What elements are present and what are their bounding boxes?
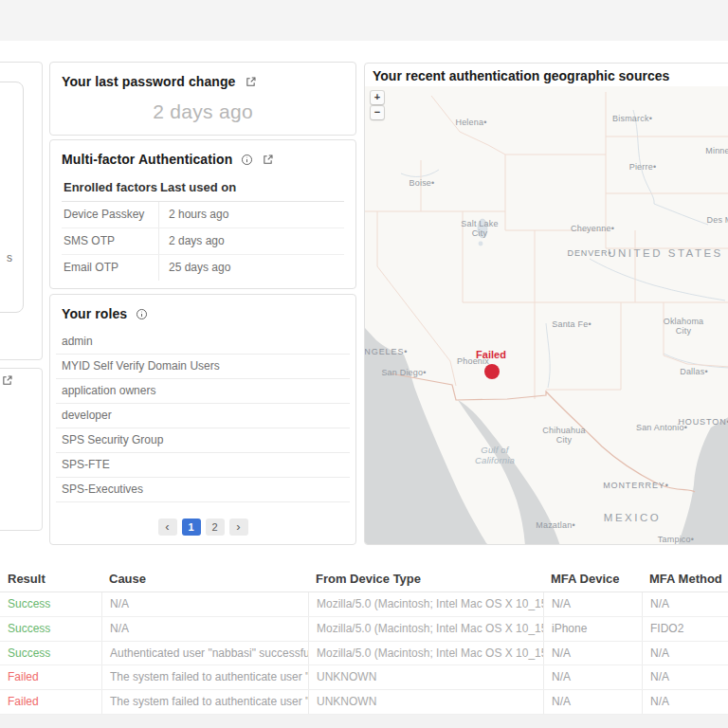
result-cell: Success: [0, 642, 101, 665]
table-row: Failed The system failed to authenticate…: [0, 690, 728, 715]
table-footer-strip: [0, 715, 728, 728]
device-type-cell: Mozilla/5.0 (Macintosh; Intel Mac OS X 1…: [308, 642, 543, 665]
pagination-page-2[interactable]: 2: [206, 519, 225, 536]
mfa-method-cell: N/A: [642, 665, 728, 689]
col-mfa-device: MFA Device: [543, 565, 642, 592]
role-item: SPS Security Group: [56, 428, 350, 453]
failed-auth-marker[interactable]: [484, 364, 500, 379]
table-row: Success N/A Mozilla/5.0 (Macintosh; Inte…: [0, 617, 728, 642]
result-cell: Failed: [0, 665, 101, 689]
mfa-method-cell: N/A: [642, 642, 728, 665]
device-type-cell: UNKNOWN: [308, 665, 543, 689]
mfa-row: Email OTP 25 days ago: [62, 255, 344, 281]
roles-card-title: Your roles: [62, 306, 127, 321]
top-bar: [0, 0, 728, 41]
zoom-in-button[interactable]: +: [371, 91, 384, 104]
left-partial-text: s: [7, 251, 12, 264]
mfa-device-cell: N/A: [543, 665, 642, 689]
role-item: SPS-Executives: [56, 478, 350, 502]
col-result: Result: [0, 565, 101, 592]
cause-cell: N/A: [101, 592, 308, 616]
mfa-card: Multi-factor Authentication Enrolled fac…: [49, 139, 356, 289]
mfa-table: Enrolled factors Last used on Device Pas…: [62, 174, 344, 281]
roles-pagination: ‹ 1 2 ›: [50, 519, 355, 536]
launch-icon[interactable]: [1, 374, 13, 387]
cause-cell: N/A: [101, 617, 308, 641]
mfa-device-cell: N/A: [543, 690, 642, 714]
password-change-card: Your last password change 2 days ago: [49, 62, 356, 136]
roles-list: admin MYID Self Verify Domain Users appl…: [56, 330, 350, 502]
role-item: SPS-FTE: [56, 453, 350, 478]
pagination-page-1[interactable]: 1: [182, 519, 201, 536]
mfa-row: SMS OTP 2 days ago: [62, 228, 344, 255]
map-canvas[interactable]: Helena• Bismarck• Minne Pierre• Boise• D…: [365, 86, 728, 545]
mfa-device-cell: iPhone: [543, 617, 642, 641]
map-zoom-controls: + −: [371, 91, 384, 119]
table-row: Success N/A Mozilla/5.0 (Macintosh; Inte…: [0, 592, 728, 617]
pagination-next-button[interactable]: ›: [229, 519, 248, 536]
table-row: Failed The system failed to authenticate…: [0, 665, 728, 690]
mfa-factor: Email OTP: [62, 255, 158, 281]
mfa-last-used: 25 days ago: [158, 255, 344, 281]
mfa-device-cell: N/A: [543, 592, 642, 616]
cause-cell: The system failed to authenticate user "…: [101, 665, 308, 689]
password-change-value: 2 days ago: [50, 100, 355, 123]
mfa-row: Device Passkey 2 hours ago: [62, 202, 344, 228]
role-item: MYID Self Verify Domain Users: [56, 355, 350, 379]
mfa-last-used: 2 hours ago: [158, 202, 344, 228]
left-partial-card-2: [0, 368, 43, 531]
security-dashboard: s Your last password change 2 days ago M…: [0, 0, 728, 728]
result-cell: Success: [0, 592, 101, 616]
role-item: application owners: [56, 379, 350, 404]
table-row: Success Authenticated user "nabbasi" suc…: [0, 642, 728, 666]
mfa-factor: SMS OTP: [62, 228, 158, 254]
password-card-title: Your last password change: [62, 74, 236, 89]
mfa-method-cell: N/A: [642, 592, 728, 616]
mfa-method-cell: N/A: [642, 690, 728, 714]
pagination-prev-button[interactable]: ‹: [158, 519, 177, 536]
role-item: developer: [56, 404, 350, 428]
zoom-out-button[interactable]: −: [371, 106, 384, 119]
cause-cell: Authenticated user "nabbasi" successfull…: [101, 642, 308, 665]
failed-marker-label: Failed: [476, 349, 506, 360]
launch-icon[interactable]: [262, 154, 274, 166]
roles-card: Your roles admin MYID Self Verify Domain…: [49, 294, 356, 545]
device-type-cell: Mozilla/5.0 (Macintosh; Intel Mac OS X 1…: [308, 617, 543, 641]
mfa-col-factors: Enrolled factors: [62, 174, 158, 201]
info-icon[interactable]: [136, 308, 148, 320]
auth-table-header: Result Cause From Device Type MFA Device…: [0, 565, 728, 592]
col-cause: Cause: [101, 565, 308, 592]
result-cell: Failed: [0, 690, 101, 714]
mfa-last-used: 2 days ago: [158, 228, 344, 254]
result-cell: Success: [0, 617, 101, 641]
info-icon[interactable]: [241, 154, 253, 166]
mfa-table-header: Enrolled factors Last used on: [62, 174, 344, 202]
col-from-device-type: From Device Type: [308, 565, 543, 592]
col-mfa-method: MFA Method: [642, 565, 728, 592]
auth-events-table: Result Cause From Device Type MFA Device…: [0, 565, 728, 715]
mfa-factor: Device Passkey: [62, 202, 158, 228]
mfa-device-cell: N/A: [543, 642, 642, 665]
map-title: Your recent authentication geographic so…: [373, 68, 669, 83]
left-partial-panel: [0, 82, 24, 313]
map-base-layer: [365, 86, 728, 545]
mfa-col-last-used: Last used on: [158, 174, 344, 201]
role-item: admin: [56, 330, 350, 355]
mfa-card-title: Multi-factor Authentication: [62, 152, 232, 167]
launch-icon[interactable]: [245, 76, 257, 88]
geo-sources-card: Your recent authentication geographic so…: [364, 63, 728, 545]
cause-cell: The system failed to authenticate user "…: [101, 690, 308, 714]
device-type-cell: Mozilla/5.0 (Macintosh; Intel Mac OS X 1…: [308, 592, 543, 616]
mfa-method-cell: FIDO2: [642, 617, 728, 641]
device-type-cell: UNKNOWN: [308, 690, 543, 714]
left-partial-card: s: [0, 62, 43, 360]
